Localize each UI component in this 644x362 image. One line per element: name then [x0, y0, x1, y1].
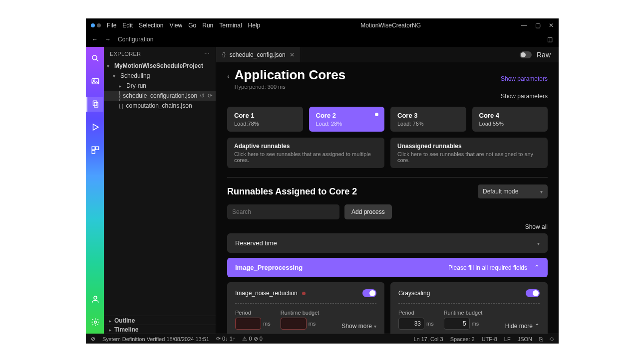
- gear-icon[interactable]: [86, 315, 103, 330]
- extensions-icon[interactable]: [86, 143, 103, 158]
- split-editor-icon[interactable]: ◫: [547, 36, 553, 43]
- encoding-setting[interactable]: UTF-8: [482, 336, 497, 342]
- show-more-link[interactable]: Show more: [341, 323, 376, 330]
- svg-point-0: [92, 55, 97, 60]
- run-icon[interactable]: [86, 120, 103, 135]
- menu-terminal[interactable]: Terminal: [219, 22, 242, 29]
- tree-file-schedule-config[interactable]: { } schedule_configuration.json ↺ ⟳: [104, 91, 216, 101]
- core-4-card[interactable]: Core 4 Load:55%: [472, 107, 548, 132]
- budget-input[interactable]: [281, 318, 307, 330]
- editor-tabs: {} schedule_config.json ✕ Raw: [216, 47, 559, 62]
- page-subtitle: Hyperperiod: 300 ms: [235, 84, 496, 90]
- divider: [398, 303, 540, 304]
- minimize-button[interactable]: —: [521, 22, 527, 29]
- menu-edit[interactable]: Edit: [122, 22, 133, 29]
- chevron-down-icon: [107, 62, 112, 69]
- page-title: Application Cores: [235, 67, 496, 83]
- svg-rect-5: [94, 102, 98, 107]
- error-indicator-icon: [302, 292, 306, 295]
- show-all-link[interactable]: Show all: [525, 223, 548, 230]
- panel-desc: Click here to see runnables that are not…: [397, 151, 541, 163]
- maximize-button[interactable]: ▢: [535, 22, 541, 29]
- chevron-up-icon: ⌃: [535, 323, 540, 330]
- bell-icon[interactable]: ◇: [550, 336, 554, 342]
- menu-run[interactable]: Run: [202, 22, 213, 29]
- back-caret-icon[interactable]: ‹: [227, 72, 230, 80]
- menu-file[interactable]: File: [107, 22, 116, 29]
- raw-label: Raw: [537, 51, 551, 59]
- close-button[interactable]: ✕: [549, 22, 554, 29]
- reserved-time-accordion[interactable]: Reserved time: [227, 233, 548, 253]
- nav-back-icon[interactable]: ←: [92, 36, 98, 43]
- menu-help[interactable]: Help: [248, 22, 261, 29]
- menu-go[interactable]: Go: [188, 22, 196, 29]
- timeline-section[interactable]: Timeline: [104, 325, 216, 334]
- period-input[interactable]: [235, 318, 261, 330]
- enable-toggle[interactable]: [526, 289, 540, 297]
- menu-view[interactable]: View: [169, 22, 182, 29]
- file-label: computation_chains.json: [126, 102, 192, 109]
- hide-more-link[interactable]: Hide more⌃: [505, 323, 540, 330]
- accordion-warning: Please fill in all required fields: [448, 264, 527, 271]
- core-3-card[interactable]: Core 3 Load: 76%: [390, 107, 466, 132]
- tree-file-computation-chains[interactable]: { } computation_chains.json: [104, 101, 216, 111]
- titlebar: File Edit Selection View Go Run Terminal…: [86, 18, 559, 32]
- feedback-icon[interactable]: ⎘: [539, 336, 543, 342]
- core-name: Core 1: [234, 112, 296, 119]
- language-mode[interactable]: JSON: [518, 336, 532, 342]
- unassigned-runnables-panel[interactable]: Unassigned runnables Click here to see r…: [390, 138, 548, 168]
- budget-label: Runtime budget: [444, 310, 483, 316]
- main-menu: File Edit Selection View Go Run Terminal…: [107, 22, 260, 29]
- add-process-button[interactable]: Add process: [344, 204, 392, 219]
- image-icon[interactable]: [86, 74, 103, 89]
- account-icon[interactable]: [86, 292, 103, 307]
- verified-icon: ⊘: [91, 336, 95, 342]
- runnable-card-grayscaling: Grayscaling Period ms Runtime bud: [390, 282, 548, 334]
- svg-rect-8: [96, 147, 99, 150]
- core-name: Core 3: [397, 112, 459, 119]
- undo-icon[interactable]: ↺: [200, 92, 205, 99]
- show-parameters-link-2[interactable]: Show parameters: [501, 93, 548, 100]
- tree-folder-dryrun[interactable]: Dry-run: [104, 81, 216, 91]
- status-verified: System Definition Verified 18/08/2024 13…: [102, 336, 209, 342]
- errors-status[interactable]: ⚠ 0 ⊘ 0: [242, 336, 262, 342]
- core-load: Load: 76%: [397, 121, 459, 127]
- outline-section[interactable]: Outline: [104, 316, 216, 325]
- search-input[interactable]: [227, 204, 339, 219]
- panel-title: Unassigned runnables: [397, 143, 541, 150]
- adaptive-runnables-panel[interactable]: Adaptive runnables Click here to see run…: [227, 138, 384, 168]
- breadcrumb[interactable]: Configuration: [118, 36, 153, 43]
- files-icon[interactable]: [86, 97, 103, 112]
- close-icon[interactable]: ✕: [290, 51, 295, 58]
- mode-select[interactable]: Default mode: [478, 184, 548, 198]
- eol-setting[interactable]: LF: [504, 336, 511, 342]
- spaces-setting[interactable]: Spaces: 2: [450, 336, 475, 342]
- tree-project[interactable]: MyMotionWiseScheduleProject: [104, 61, 216, 71]
- search-icon[interactable]: [86, 51, 103, 66]
- menu-selection[interactable]: Selection: [139, 22, 163, 29]
- folder-label: Scheduling: [120, 72, 150, 79]
- tree-folder-scheduling[interactable]: Scheduling: [104, 71, 216, 81]
- period-input[interactable]: [398, 318, 424, 330]
- status-bar: ⊘ System Definition Verified 18/08/2024 …: [86, 334, 559, 344]
- unit-label: ms: [309, 321, 316, 327]
- enable-toggle[interactable]: [362, 289, 376, 297]
- sync-status[interactable]: ⟳ 0↓ 1↑: [216, 336, 235, 342]
- raw-toggle[interactable]: [520, 51, 532, 58]
- svg-point-10: [94, 296, 97, 299]
- budget-input[interactable]: [444, 318, 470, 330]
- chevron-up-icon: ⌃: [534, 264, 540, 271]
- cursor-position[interactable]: Ln 17, Col 3: [413, 336, 443, 342]
- activity-bar: [86, 47, 104, 334]
- core-2-card[interactable]: Core 2 Load: 28%: [309, 107, 385, 132]
- image-preprocessing-accordion[interactable]: Image_Preprocessing Please fill in all r…: [227, 258, 548, 277]
- chevron-down-icon: [537, 239, 540, 247]
- core-1-card[interactable]: Core 1 Load:78%: [227, 107, 303, 132]
- explorer-more-icon[interactable]: ⋯: [204, 51, 210, 57]
- nav-forward-icon[interactable]: →: [105, 36, 111, 43]
- refresh-icon[interactable]: ⟳: [208, 92, 213, 99]
- explorer-panel: EXPLORER ⋯ MyMotionWiseScheduleProject S…: [104, 47, 216, 334]
- period-label: Period: [398, 310, 434, 316]
- show-parameters-link[interactable]: Show parameters: [501, 75, 548, 82]
- tab-schedule-config[interactable]: {} schedule_config.json ✕: [216, 47, 301, 62]
